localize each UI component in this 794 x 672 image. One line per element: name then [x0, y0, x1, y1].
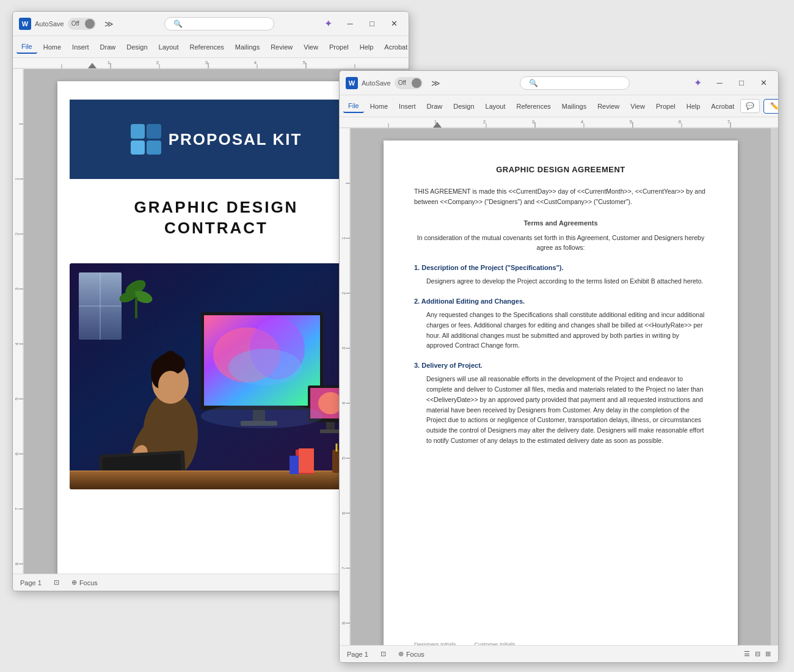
- tab-references-2[interactable]: References: [512, 100, 556, 112]
- tab-view-2[interactable]: View: [625, 100, 650, 112]
- minimize-btn-2[interactable]: ─: [711, 75, 728, 92]
- ribbon-1: File Home Insert Draw Design Layout Refe…: [13, 36, 409, 58]
- search-bar-1[interactable]: 🔍: [164, 17, 274, 31]
- focus-btn-2[interactable]: ⊕ Focus: [398, 650, 424, 658]
- quick-access-2[interactable]: ≫: [431, 78, 440, 88]
- tab-mailings-1[interactable]: Mailings: [230, 41, 264, 53]
- layout-icon-1[interactable]: ⊡: [54, 579, 59, 586]
- search-bar-2[interactable]: 🔍: [520, 76, 630, 90]
- tab-propel-2[interactable]: Propel: [651, 100, 680, 112]
- svg-text:1: 1: [434, 119, 437, 125]
- svg-text:5: 5: [303, 60, 306, 65]
- tab-help-1[interactable]: Help: [355, 41, 379, 53]
- svg-text:5: 5: [14, 397, 20, 400]
- reading-mode-icon-2[interactable]: ⊡: [381, 650, 386, 658]
- tab-file-2[interactable]: File: [343, 100, 364, 113]
- tab-review-1[interactable]: Review: [266, 41, 297, 53]
- reading-mode-icon-1[interactable]: ⊡: [54, 579, 59, 586]
- cover-title: Graphic Design Contract: [70, 197, 363, 239]
- comment-button-2[interactable]: 💬: [740, 99, 760, 113]
- tab-acrobat-1[interactable]: Acrobat: [379, 41, 409, 53]
- editing-button-2[interactable]: ✏️ Editing ›: [763, 99, 779, 114]
- quick-access-1[interactable]: ≫: [104, 19, 114, 29]
- svg-marker-1: [87, 63, 97, 69]
- tab-home-1[interactable]: Home: [38, 41, 66, 53]
- focus-btn-1[interactable]: ⊕ Focus: [71, 579, 98, 586]
- terms-title: Terms and Agreements: [414, 219, 707, 227]
- svg-text:2: 2: [14, 232, 20, 235]
- tab-layout-1[interactable]: Layout: [154, 41, 184, 53]
- svg-text:3: 3: [341, 346, 346, 349]
- ruler-1: 1 2 3 4 5: [13, 58, 409, 69]
- cover-header: Proposal Kit: [70, 100, 363, 179]
- svg-text:2: 2: [483, 119, 486, 125]
- tab-home-2[interactable]: Home: [365, 100, 393, 112]
- title-bar-2: W AutoSave Off ≫ 🔍 ✦ ─ □ ✕: [340, 71, 778, 95]
- view-web-btn-2[interactable]: ⊞: [765, 650, 771, 658]
- tab-insert-1[interactable]: Insert: [67, 41, 94, 53]
- view-normal-btn-2[interactable]: ☰: [744, 650, 750, 658]
- scrollbar-2[interactable]: [771, 128, 778, 645]
- cover-title-block: Graphic Design Contract: [57, 179, 375, 257]
- autosave-toggle-2[interactable]: Off: [395, 77, 423, 89]
- svg-text:8: 8: [341, 621, 346, 624]
- ruler-svg-1: 1 2 3 4 5: [13, 58, 409, 69]
- status-bar-2: Page 1 ⊡ ⊕ Focus ☰ ⊟ ⊞: [340, 645, 778, 662]
- logo-sq-1: [131, 124, 145, 139]
- pencil-icon-2: ✏️: [770, 102, 779, 111]
- svg-rect-63: [70, 471, 363, 489]
- svg-point-44: [228, 349, 302, 385]
- autosave-toggle-1[interactable]: Off: [68, 18, 96, 30]
- svg-text:2: 2: [341, 291, 346, 294]
- maximize-btn-1[interactable]: □: [363, 15, 381, 32]
- section1-body: Designers agree to develop the Project a…: [414, 276, 707, 287]
- svg-text:7: 7: [14, 507, 20, 510]
- page-1[interactable]: Proposal Kit Graphic Design Contract: [57, 81, 375, 574]
- view-print-btn-2[interactable]: ⊟: [755, 650, 760, 658]
- tab-view-1[interactable]: View: [299, 41, 323, 53]
- section3-title: 3. Delivery of Project.: [414, 362, 707, 369]
- tab-mailings-2[interactable]: Mailings: [557, 100, 591, 112]
- designer-icon-2[interactable]: ✦: [689, 75, 706, 92]
- contract-section-3: 3. Delivery of Project. Designers will u…: [414, 362, 707, 446]
- svg-point-72: [201, 404, 323, 428]
- tab-review-2[interactable]: Review: [592, 100, 624, 112]
- maximize-btn-2[interactable]: □: [733, 75, 750, 92]
- section2-title: 2. Additional Editing and Changes.: [414, 298, 707, 305]
- layout-icon-2[interactable]: ⊡: [381, 650, 386, 658]
- tab-references-1[interactable]: References: [185, 41, 229, 53]
- close-btn-2[interactable]: ✕: [755, 75, 772, 92]
- tab-draw-1[interactable]: Draw: [95, 41, 121, 53]
- doc-scroll-2[interactable]: GRAPHIC DESIGN AGREEMENT THIS AGREEMENT …: [351, 128, 771, 645]
- close-btn-1[interactable]: ✕: [385, 15, 402, 32]
- focus-icon-1: ⊕: [71, 579, 77, 586]
- tab-acrobat-2[interactable]: Acrobat: [706, 100, 739, 112]
- tab-draw-2[interactable]: Draw: [422, 100, 448, 112]
- ruler-svg-2: 1 2 3 4 5 6 7: [340, 117, 778, 128]
- tab-design-2[interactable]: Design: [448, 100, 479, 112]
- tab-file-1[interactable]: File: [16, 40, 37, 54]
- svg-rect-62: [320, 429, 341, 433]
- section3-body: Designers will use all reasonable effort…: [414, 374, 707, 446]
- minimize-btn-1[interactable]: ─: [341, 15, 359, 32]
- logo-sq-3: [131, 141, 145, 155]
- tab-propel-1[interactable]: Propel: [324, 41, 354, 53]
- svg-text:6: 6: [14, 452, 20, 455]
- tab-layout-2[interactable]: Layout: [481, 100, 511, 112]
- svg-point-52: [158, 371, 183, 400]
- svg-text:3: 3: [14, 287, 20, 290]
- tab-insert-2[interactable]: Insert: [394, 100, 421, 112]
- svg-text:1: 1: [107, 60, 111, 65]
- doc-area-2[interactable]: 1 2 3 4 5 6 7 8 GRAPHIC: [340, 128, 778, 645]
- contract-page[interactable]: GRAPHIC DESIGN AGREEMENT THIS AGREEMENT …: [384, 141, 738, 645]
- tab-help-2[interactable]: Help: [682, 100, 705, 112]
- word-window-2[interactable]: W AutoSave Off ≫ 🔍 ✦ ─ □ ✕ File Home Ins…: [339, 70, 779, 663]
- autosave-label-2: AutoSave: [362, 79, 391, 87]
- title-center-1: 🔍: [119, 17, 319, 31]
- svg-text:5: 5: [341, 456, 346, 459]
- logo-sq-2: [147, 124, 161, 139]
- logo-squares: [131, 124, 161, 155]
- designer-icon-1[interactable]: ✦: [319, 15, 337, 32]
- tab-design-1[interactable]: Design: [122, 41, 152, 53]
- contract-section-2: 2. Additional Editing and Changes. Any r…: [414, 298, 707, 351]
